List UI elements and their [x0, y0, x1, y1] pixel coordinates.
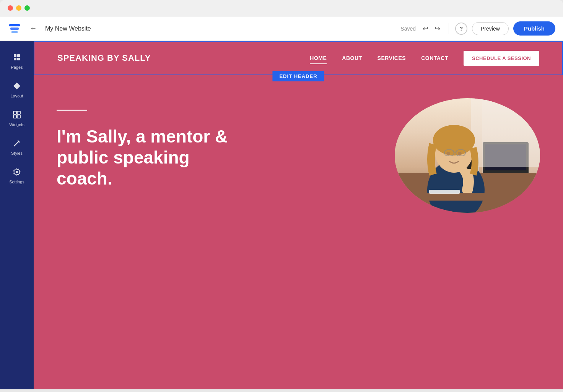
- hero-divider-line: [57, 110, 87, 111]
- window-dot-green[interactable]: [24, 5, 30, 11]
- settings-icon: [13, 168, 21, 178]
- page-title: My New Website: [45, 25, 394, 32]
- app-logo: [8, 22, 21, 36]
- logo-layer-1: [9, 24, 20, 26]
- nav-item-contact[interactable]: CONTACT: [421, 55, 448, 61]
- sidebar-item-layout[interactable]: Layout: [3, 77, 31, 103]
- publish-button[interactable]: Publish: [513, 21, 555, 36]
- styles-icon: [13, 139, 21, 149]
- site-logo: SPEAKING BY SALLY: [57, 53, 151, 63]
- site-hero: I'm Sally, a mentor & public speaking co…: [34, 75, 563, 389]
- undo-button[interactable]: ↩: [420, 23, 431, 34]
- svg-point-15: [433, 125, 475, 156]
- main-area: Pages Layout Widgets: [0, 41, 563, 389]
- toolbar: ← My New Website Saved ↩ ↪ ? Preview Pub…: [0, 16, 563, 41]
- svg-rect-11: [471, 98, 540, 167]
- svg-rect-5: [17, 111, 20, 114]
- toolbar-divider: [449, 23, 449, 34]
- sidebar: Pages Layout Widgets: [0, 41, 34, 389]
- svg-rect-1: [17, 54, 20, 57]
- redo-button[interactable]: ↪: [432, 23, 443, 34]
- layers-icon: [9, 24, 20, 33]
- person-figure: [395, 98, 540, 213]
- nav-item-services[interactable]: SERVICES: [378, 55, 406, 61]
- hero-content: I'm Sally, a mentor & public speaking co…: [57, 98, 395, 190]
- styles-label: Styles: [11, 151, 23, 156]
- site-nav: HOME ABOUT SERVICES CONTACT SCHEDULE A S…: [310, 51, 539, 66]
- hero-image: [395, 98, 540, 213]
- svg-rect-21: [425, 193, 540, 201]
- svg-point-10: [16, 171, 18, 173]
- svg-rect-22: [429, 190, 460, 194]
- back-button[interactable]: ←: [28, 23, 39, 34]
- person-svg: [395, 98, 540, 213]
- nav-item-about[interactable]: ABOUT: [342, 55, 362, 61]
- nav-item-home[interactable]: HOME: [310, 55, 327, 61]
- svg-rect-6: [13, 115, 16, 118]
- svg-rect-4: [13, 111, 16, 114]
- hero-title: I'm Sally, a mentor & public speaking co…: [57, 126, 248, 190]
- help-button[interactable]: ?: [455, 23, 467, 35]
- widgets-label: Widgets: [9, 122, 24, 127]
- toolbar-right: Saved ↩ ↪ ? Preview Publish: [400, 21, 555, 36]
- window-dot-yellow[interactable]: [16, 5, 21, 11]
- site-header[interactable]: SPEAKING BY SALLY HOME ABOUT SERVICES CO…: [34, 41, 563, 75]
- settings-label: Settings: [9, 180, 24, 184]
- undo-redo-group: ↩ ↪: [420, 23, 443, 34]
- svg-rect-7: [17, 115, 20, 118]
- sidebar-item-styles[interactable]: Styles: [3, 134, 31, 160]
- preview-button[interactable]: Preview: [472, 22, 509, 35]
- widgets-icon: [13, 110, 21, 121]
- sidebar-item-settings[interactable]: Settings: [3, 163, 31, 189]
- edit-header-button[interactable]: EDIT HEADER: [272, 71, 324, 81]
- svg-rect-2: [14, 58, 16, 60]
- saved-status: Saved: [400, 26, 416, 32]
- window-chrome: [0, 0, 563, 16]
- layout-icon: [13, 82, 21, 92]
- layout-label: Layout: [10, 94, 23, 98]
- svg-rect-3: [17, 58, 20, 60]
- logo-layer-3: [11, 31, 18, 33]
- sidebar-item-widgets[interactable]: Widgets: [3, 106, 31, 131]
- svg-point-16: [446, 152, 450, 156]
- website-canvas: SPEAKING BY SALLY HOME ABOUT SERVICES CO…: [34, 41, 563, 389]
- sidebar-item-pages[interactable]: Pages: [3, 49, 31, 74]
- window-dot-red[interactable]: [8, 5, 13, 11]
- svg-point-17: [458, 152, 462, 156]
- logo-layer-2: [10, 28, 19, 30]
- svg-rect-0: [14, 54, 16, 57]
- schedule-session-button[interactable]: SCHEDULE A SESSION: [464, 51, 539, 66]
- svg-line-8: [14, 141, 19, 146]
- pages-label: Pages: [11, 65, 23, 70]
- pages-icon: [13, 53, 21, 63]
